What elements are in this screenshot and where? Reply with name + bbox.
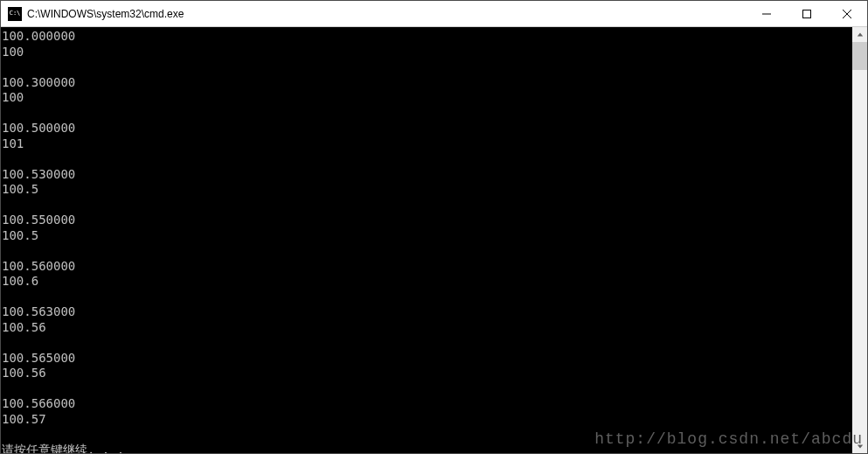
- vertical-scrollbar[interactable]: [852, 27, 867, 453]
- scrollbar-thumb[interactable]: [852, 42, 867, 70]
- scroll-up-button[interactable]: [852, 27, 867, 42]
- cmd-icon: [8, 7, 22, 21]
- svg-rect-1: [803, 10, 811, 17]
- close-button[interactable]: [827, 1, 867, 26]
- client-area: 100.000000 100 100.300000 100 100.500000…: [1, 27, 867, 453]
- scrollbar-track[interactable]: [852, 42, 867, 438]
- window-controls: [746, 1, 867, 26]
- console-output[interactable]: 100.000000 100 100.300000 100 100.500000…: [1, 27, 852, 453]
- window-frame: C:\WINDOWS\system32\cmd.exe 100.000000 1…: [0, 0, 868, 454]
- minimize-button[interactable]: [746, 1, 787, 26]
- titlebar[interactable]: C:\WINDOWS\system32\cmd.exe: [1, 1, 867, 27]
- scroll-down-button[interactable]: [852, 438, 867, 453]
- window-title: C:\WINDOWS\system32\cmd.exe: [27, 8, 746, 20]
- maximize-button[interactable]: [787, 1, 827, 26]
